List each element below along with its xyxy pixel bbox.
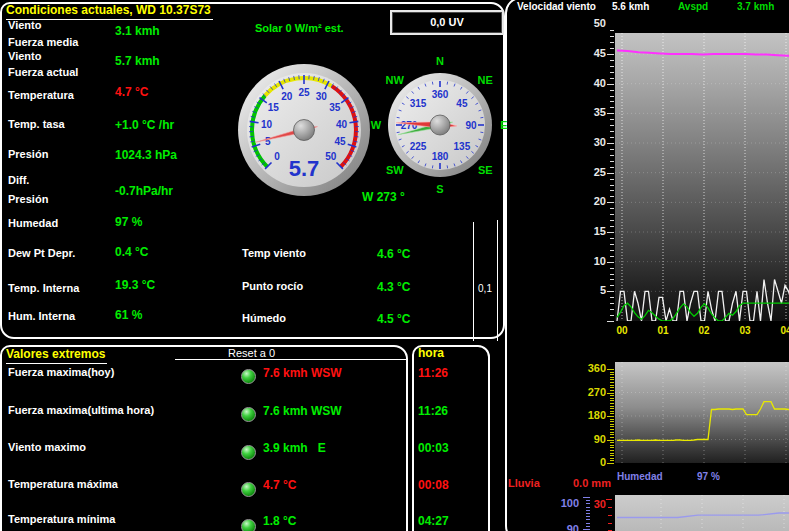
direction-chart-tickmark (610, 447, 614, 448)
dew-point-value: 4.3 °C (377, 280, 410, 294)
gauge-tick-label: 25 (298, 87, 310, 98)
indoor-humidity-label: Hum. Interna (8, 310, 75, 322)
extreme-row-time: 11:26 (418, 404, 448, 418)
humidity-axis-tickmark (586, 516, 590, 517)
wind-chart-xtick: 01 (654, 325, 672, 336)
wind-chart-ytick: 35 (584, 106, 606, 118)
wind-chart-tickmark (610, 149, 614, 150)
wind-chart-tickmark (610, 274, 614, 275)
wind-chart-tickmark (610, 30, 614, 31)
wind-chart-tickmark (607, 113, 614, 114)
wind-chart-tickmark (607, 173, 614, 174)
led-button[interactable] (241, 445, 256, 460)
extremes-title: Valores extremos (6, 347, 107, 364)
wind-chart-tickmark (610, 315, 614, 316)
humidity-axis-tickmark (586, 526, 590, 527)
wind-speed-gauge: 051015202530354045505.7 (236, 62, 372, 198)
compass-point-label: W (371, 119, 382, 131)
wind-chart-avg-value: 3.7 kmh (737, 1, 774, 12)
humidity-axis-tickmark (586, 510, 590, 511)
wind-direction-chart (615, 362, 789, 463)
led-button[interactable] (241, 519, 256, 531)
extreme-row-label: Temperatura máxima (8, 478, 118, 490)
wind-chart-tickmark (607, 232, 614, 233)
direction-chart-tickmark (610, 460, 614, 461)
extreme-row-value: 7.6 kmh WSW (263, 404, 342, 418)
direction-chart-tickmark (610, 374, 614, 375)
dew-point-label: Punto rocío (242, 280, 303, 292)
temp-axis-tickmark (608, 523, 612, 524)
direction-chart-tickmark (610, 424, 614, 425)
wind-chart-tickmark (610, 60, 614, 61)
direction-chart-tickmark (610, 426, 614, 427)
pressure-value: 1024.3 hPa (115, 148, 177, 162)
wind-direction-readout: W 273 ° (362, 190, 405, 204)
compass-degree-label: 90 (465, 120, 477, 131)
wind-chart-xtick: 04 (777, 325, 789, 336)
gauge-tick-label: 10 (261, 119, 273, 130)
gauge-tick-label: 20 (281, 91, 293, 102)
wind-chart-tickmark (610, 42, 614, 43)
extreme-row-value: 3.9 kmh E (263, 441, 326, 455)
compass-point-label: S (436, 183, 443, 195)
series-gust (617, 280, 789, 322)
direction-chart-tickmark (610, 382, 614, 383)
led-button[interactable] (241, 482, 256, 497)
direction-chart-tickmark (610, 445, 614, 446)
rain-bar-scale-label: 0,1 (474, 283, 496, 294)
series-direction (617, 402, 789, 441)
wind-chart-tickmark (607, 262, 614, 263)
humidity-chart-label: Humedad (617, 471, 663, 482)
wind-chart-ytick: 40 (584, 77, 606, 89)
led-button[interactable] (241, 369, 256, 384)
humidity-axis-tick-100: 100 (553, 497, 579, 509)
direction-chart-tickmark (610, 406, 614, 407)
gauge-tick-label: 40 (336, 119, 348, 130)
wind-chart-tickmark (610, 161, 614, 162)
compass-degree-label: 180 (432, 151, 449, 162)
wind-chill-label: Temp viento (242, 247, 306, 259)
wind-chart-tickmark (610, 285, 614, 286)
wind-chart-tickmark (610, 297, 614, 298)
extreme-row-value: 1.8 °C (263, 514, 296, 528)
direction-chart-tickmark (610, 400, 614, 401)
wind-chart-tickmark (610, 226, 614, 227)
compass-point-label: SE (478, 164, 493, 176)
wind-chart-tickmark (610, 107, 614, 108)
wind-chart-ytick: 15 (584, 225, 606, 237)
panel-title: Condiciones actuales, WD 10.37S73 (6, 3, 213, 20)
direction-chart-tickmark (610, 390, 614, 391)
wind-chart-tickmark (610, 268, 614, 269)
humidity-axis-tickmark (586, 500, 590, 501)
wind-chart-ytick: 20 (584, 195, 606, 207)
direction-chart-tickmark (607, 440, 614, 441)
humidity-axis-tickmark (583, 529, 590, 530)
humidity-axis-tickmark (586, 503, 590, 504)
wind-chart-tickmark (610, 131, 614, 132)
direction-chart-tickmark (610, 429, 614, 430)
led-button[interactable] (241, 407, 256, 422)
temp-axis-tickmark (606, 499, 612, 500)
direction-chart-tickmark (610, 385, 614, 386)
direction-chart-ytick: 180 (580, 409, 606, 421)
wind-current-value: 5.7 kmh (115, 54, 160, 68)
compass-degree-label: 360 (432, 89, 449, 100)
wind-chart-tickmark (610, 90, 614, 91)
wind-chart-tickmark (610, 167, 614, 168)
wind-chart-tickmark (610, 220, 614, 221)
reset-button[interactable]: Reset a 0 (228, 347, 275, 359)
wind-chart-tickmark (610, 303, 614, 304)
wind-chart-ytick: 50 (584, 17, 606, 29)
direction-chart-tickmark (607, 393, 614, 394)
wind-chart-ytick: 25 (584, 166, 606, 178)
wind-chart-tickmark (610, 36, 614, 37)
direction-chart-tickmark (610, 398, 614, 399)
wind-chart-tickmark (607, 54, 614, 55)
temperature-label: Temperatura (8, 89, 74, 101)
direction-chart-tickmark (610, 403, 614, 404)
direction-chart-tickmark (610, 419, 614, 420)
wind-chart-tickmark (610, 137, 614, 138)
gauge-tick-label: 50 (325, 151, 337, 162)
direction-chart-tickmark (610, 421, 614, 422)
wind-chart-tickmark (610, 190, 614, 191)
